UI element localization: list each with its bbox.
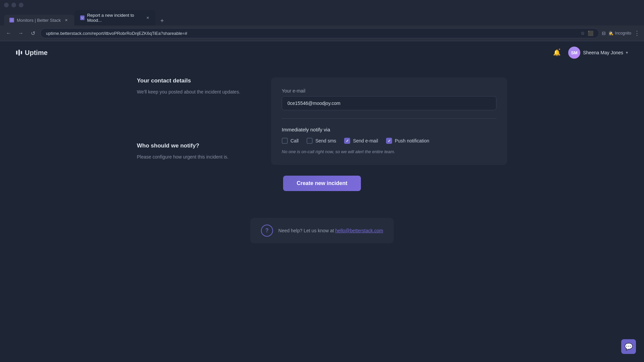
- submit-row: Create new incident: [137, 176, 507, 191]
- browser-chrome: M Monitors | Better Stack ✕ U Report a n…: [0, 0, 644, 41]
- tab-close-monitors[interactable]: ✕: [63, 17, 69, 23]
- notify-via-title: Immediately notify via: [282, 127, 496, 132]
- chevron-down-icon: ▾: [626, 50, 628, 55]
- checkbox-sms-label: Send sms: [315, 138, 336, 143]
- contact-section-left: Your contact details We'll keep you post…: [137, 77, 244, 96]
- address-url: uptime.betterstack.com/report/itbvoPRobr…: [46, 31, 187, 36]
- tab-favicon-monitors: M: [9, 18, 14, 22]
- page-layout: Your contact details We'll keep you post…: [137, 77, 507, 165]
- tab-favicon-report: U: [80, 15, 84, 20]
- help-card: ? Need help? Let us know at hello@better…: [250, 218, 394, 243]
- checkbox-push[interactable]: Push notification: [386, 138, 429, 144]
- maximize-button[interactable]: [11, 3, 16, 7]
- refresh-button[interactable]: ↺: [28, 28, 38, 38]
- checkbox-call-label: Call: [290, 138, 299, 143]
- menu-icon[interactable]: ⋮: [634, 29, 640, 37]
- incognito-badge: 🕵 Incognito: [608, 31, 631, 36]
- notify-desc: Please configure how urgent this inciden…: [137, 153, 244, 161]
- notify-title: Who should we notify?: [137, 142, 244, 149]
- browser-titlebar: [0, 0, 644, 10]
- tab-monitors[interactable]: M Monitors | Better Stack ✕: [4, 15, 74, 25]
- logo-text: Uptime: [25, 49, 48, 57]
- logo-bar-1: [16, 51, 17, 55]
- section-gap: [137, 96, 244, 122]
- checkbox-email[interactable]: Send e-mail: [344, 138, 378, 144]
- chat-widget[interactable]: 💬: [621, 339, 636, 354]
- checkbox-email-box[interactable]: [344, 138, 350, 144]
- logo-bar-2: [18, 50, 20, 56]
- notify-section-left: Who should we notify? Please configure h…: [137, 142, 244, 161]
- checkboxes-row: Call Send sms Send e-mail: [282, 138, 496, 144]
- logo-icon: [16, 50, 22, 56]
- checkbox-sms[interactable]: Send sms: [307, 138, 336, 144]
- tab-close-report[interactable]: ✕: [145, 15, 150, 20]
- right-column: Your e-mail Immediately notify via Call: [271, 77, 507, 165]
- user-name: Sheena May Jones: [583, 50, 623, 55]
- forward-button[interactable]: →: [16, 28, 25, 38]
- user-menu[interactable]: SM Sheena May Jones ▾: [568, 47, 628, 59]
- help-email-link[interactable]: hello@betterstack.com: [335, 228, 383, 233]
- footer: ? Need help? Let us know at hello@better…: [0, 204, 644, 263]
- checkbox-call-box[interactable]: [282, 138, 288, 144]
- form-card: Your e-mail Immediately notify via Call: [271, 77, 507, 165]
- address-icons: ☆ ⬛: [581, 31, 593, 36]
- window-controls: [4, 3, 23, 7]
- section-divider: [282, 118, 496, 119]
- help-text-static: Need help? Let us know at: [278, 228, 335, 233]
- new-tab-button[interactable]: +: [157, 16, 167, 25]
- email-label: Your e-mail: [282, 88, 496, 94]
- bookmark-icon[interactable]: ☆: [581, 31, 585, 36]
- extension-icon[interactable]: ⬛: [588, 31, 593, 36]
- avatar-initials: SM: [571, 50, 578, 55]
- create-incident-button[interactable]: Create new incident: [283, 176, 361, 191]
- help-text: Need help? Let us know at hello@betterst…: [278, 228, 383, 233]
- checkbox-sms-box[interactable]: [307, 138, 313, 144]
- main-content: Your contact details We'll keep you post…: [121, 64, 523, 204]
- chat-icon: 💬: [625, 343, 633, 351]
- contact-title: Your contact details: [137, 77, 244, 84]
- back-button[interactable]: ←: [4, 28, 13, 38]
- notify-via-section: Immediately notify via Call Send sms: [282, 127, 496, 154]
- avatar: SM: [568, 47, 580, 59]
- address-bar[interactable]: uptime.betterstack.com/report/itbvoPRobr…: [40, 28, 599, 38]
- close-button[interactable]: [19, 3, 23, 7]
- contact-desc: We'll keep you posted about the incident…: [137, 88, 244, 96]
- checkbox-email-label: Send e-mail: [353, 138, 378, 143]
- address-bar-row: ← → ↺ uptime.betterstack.com/report/itbv…: [0, 25, 644, 41]
- help-icon: ?: [261, 225, 273, 237]
- logo-bar-3: [21, 51, 22, 54]
- email-section: Your e-mail: [282, 88, 496, 110]
- email-input[interactable]: [282, 96, 496, 110]
- incognito-icon: 🕵: [608, 31, 613, 36]
- tab-label-monitors: Monitors | Better Stack: [17, 18, 61, 23]
- incognito-label: Incognito: [615, 31, 631, 36]
- header-right: 🔔 SM Sheena May Jones ▾: [551, 47, 628, 59]
- app-header: Uptime 🔔 SM Sheena May Jones ▾: [0, 41, 644, 64]
- left-column: Your contact details We'll keep you post…: [137, 77, 244, 161]
- checkbox-call[interactable]: Call: [282, 138, 299, 144]
- checkbox-push-label: Push notification: [395, 138, 429, 143]
- hide-toolbar-icon[interactable]: ⊟: [602, 31, 606, 36]
- minimize-button[interactable]: [4, 3, 9, 7]
- help-icon-text: ?: [265, 228, 269, 234]
- checkbox-push-box[interactable]: [386, 138, 392, 144]
- tab-report[interactable]: U Report a new incident to Mood... ✕: [75, 10, 155, 25]
- tabs-bar: M Monitors | Better Stack ✕ U Report a n…: [0, 10, 644, 25]
- notice-text: No one is on-call right now, so we will …: [282, 149, 496, 154]
- tab-label-report: Report a new incident to Mood...: [87, 13, 143, 23]
- notification-button[interactable]: 🔔: [551, 47, 563, 59]
- logo[interactable]: Uptime: [16, 49, 48, 57]
